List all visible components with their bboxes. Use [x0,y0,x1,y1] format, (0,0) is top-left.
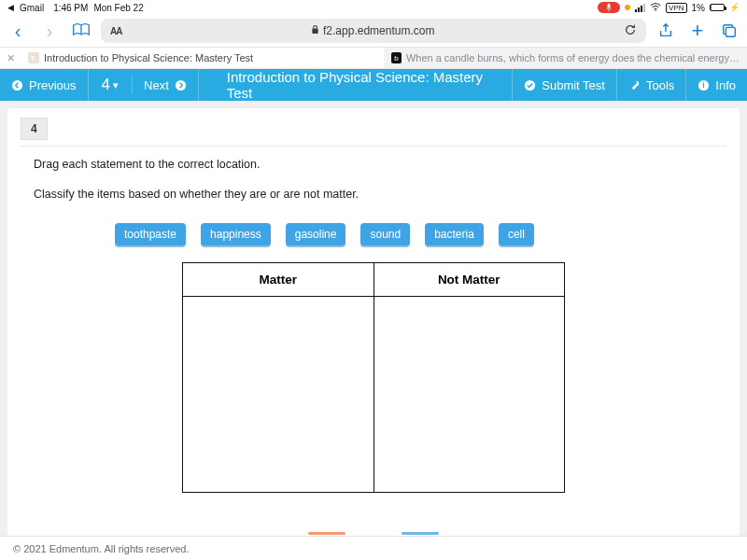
chevron-down-icon: ▾ [113,79,119,91]
content-stage: 4 Drag each statement to the correct loc… [0,101,747,536]
drag-chip[interactable]: happiness [201,223,271,245]
tab-title: Introduction to Physical Science: Master… [44,52,253,63]
browser-tab-inactive[interactable]: b When a candle burns, which forms of en… [384,48,747,68]
favicon-icon: b [391,52,402,63]
column-header-matter: Matter [183,263,374,297]
share-button[interactable] [654,22,678,39]
browser-toolbar: ‹ › AA f2.app.edmentum.com + [0,15,747,47]
app-nav-bar: Previous 4 ▾ Next Introduction to Physic… [0,69,747,101]
charging-icon: ⚡ [729,3,740,12]
svg-point-5 [12,79,22,90]
tab-title: When a candle burns, which forms of ener… [406,52,740,63]
address-bar[interactable]: AA f2.app.edmentum.com [101,19,646,43]
drag-chip[interactable]: gasoline [286,223,346,245]
tools-button[interactable]: Tools [617,69,686,101]
question-card: 4 Drag each statement to the correct loc… [7,108,740,536]
current-question-number: 4 [102,76,110,94]
tabs-button[interactable] [717,22,741,39]
status-date: Mon Feb 22 [93,3,143,13]
battery-icon [710,4,725,11]
instruction-line-2: Classify the items based on whether they… [34,188,713,201]
info-button[interactable]: i Info [686,69,747,101]
url-text: f2.app.edmentum.com [323,24,434,37]
bookmarks-button[interactable] [69,21,93,42]
cell-signal-icon [635,4,645,12]
svg-point-1 [655,9,656,11]
arrow-left-circle-icon [11,79,23,91]
svg-text:i: i [703,80,705,90]
svg-point-6 [176,79,186,90]
svg-rect-4 [726,27,735,36]
arrow-right-circle-icon [175,79,187,91]
back-to-app-icon[interactable]: ◀ [7,3,14,12]
back-to-app-label[interactable]: Gmail [20,3,44,13]
battery-percent: 1% [692,3,705,13]
mic-in-use-dot [625,5,630,10]
close-tab-button[interactable]: ✕ [0,48,21,68]
wifi-icon [650,3,661,13]
info-icon: i [698,79,710,91]
new-tab-button[interactable]: + [685,19,710,43]
browser-tab-strip: ✕ E Introduction to Physical Science: Ma… [0,47,747,69]
question-number-badge: 4 [21,118,48,140]
copyright: © 2021 Edmentum. All rights reserved. [13,543,189,554]
column-header-not-matter: Not Matter [374,263,565,297]
next-label: Next [144,78,169,92]
drag-chip[interactable]: toothpaste [115,223,186,245]
drop-zone-not-matter[interactable] [374,297,565,493]
browser-tab-active[interactable]: E Introduction to Physical Science: Mast… [21,48,384,68]
ipad-status-bar: ◀ Gmail 1:46 PM Mon Feb 22 VPN 1% ⚡ [0,0,747,15]
instructions: Drag each statement to the correct locat… [7,147,740,201]
vpn-badge: VPN [666,3,686,13]
previous-label: Previous [29,78,77,92]
submit-test-button[interactable]: Submit Test [512,69,617,101]
drag-chip[interactable]: sound [360,223,410,245]
check-circle-icon [524,79,536,91]
reload-button[interactable] [624,23,637,39]
svg-rect-2 [312,29,317,34]
question-selector[interactable]: 4 ▾ [89,76,133,94]
status-time: 1:46 PM [53,3,88,13]
tools-label: Tools [646,78,674,92]
text-size-button[interactable]: AA [110,26,121,36]
submit-label: Submit Test [542,78,605,92]
drag-chip[interactable]: cell [499,223,534,245]
info-label: Info [715,78,736,92]
instruction-line-1: Drag each statement to the correct locat… [34,158,713,171]
back-button[interactable]: ‹ [6,21,30,42]
footer-accent [308,532,439,535]
footer: © 2021 Edmentum. All rights reserved. [0,536,747,560]
svg-rect-0 [608,4,611,8]
forward-button[interactable]: › [37,21,62,42]
previous-button[interactable]: Previous [0,69,89,101]
chip-tray: toothpaste happiness gasoline sound bact… [7,217,740,262]
favicon-icon: E [28,52,39,63]
lock-icon [311,24,319,37]
next-button[interactable]: Next [133,69,199,101]
wrench-icon [628,79,641,91]
sort-table: Matter Not Matter [182,262,565,493]
drop-zone-matter[interactable] [183,297,374,493]
page-title: Introduction to Physical Science: Master… [199,69,512,101]
drag-chip[interactable]: bacteria [425,223,484,245]
recording-indicator[interactable] [598,2,620,13]
